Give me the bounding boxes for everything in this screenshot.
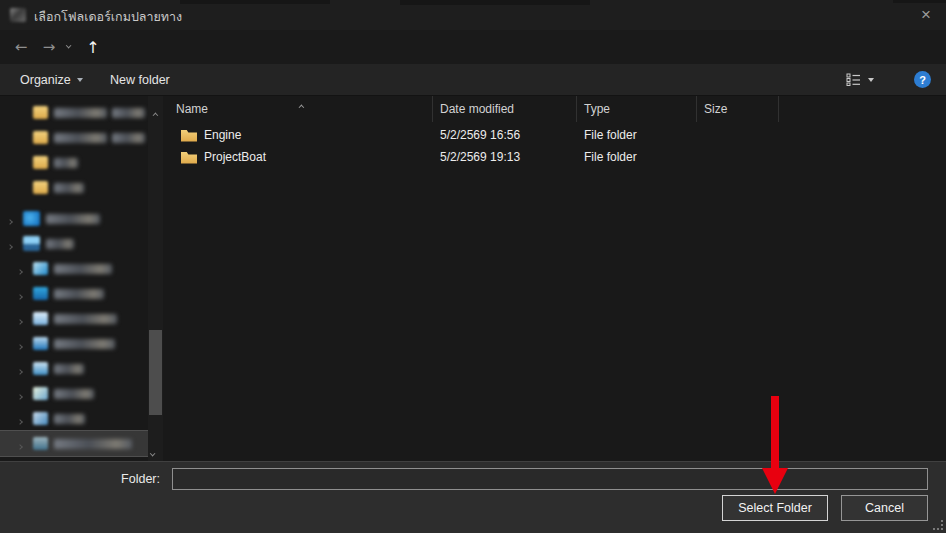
file-type-cell: File folder — [577, 150, 697, 164]
file-list: NameDate modifiedTypeSize Engine5/2/2569… — [163, 96, 946, 461]
details-view-icon — [846, 73, 862, 86]
help-icon: ? — [919, 74, 926, 86]
sidebar-item[interactable] — [0, 150, 163, 175]
sidebar-item[interactable] — [0, 100, 163, 125]
close-icon: × — [921, 5, 931, 25]
folder-icon — [181, 151, 197, 164]
expander-chevron-icon[interactable] — [18, 360, 22, 378]
command-toolbar: Organize New folder ? — [0, 64, 946, 96]
sidebar-item[interactable] — [0, 206, 163, 231]
expander-chevron-icon[interactable] — [18, 260, 22, 278]
change-view-button[interactable] — [846, 64, 874, 95]
expander-chevron-icon[interactable] — [18, 385, 22, 403]
folder-icon — [33, 181, 48, 194]
back-icon[interactable]: ← — [10, 30, 32, 64]
folder-icon — [33, 131, 48, 144]
sidebar-item-label-redacted — [54, 133, 107, 143]
content-area: NameDate modifiedTypeSize Engine5/2/2569… — [0, 96, 946, 461]
history-chevron-down-icon[interactable] — [62, 30, 78, 64]
sidebar-item-label-redacted — [112, 133, 145, 143]
sidebar-item-label-redacted — [54, 439, 132, 449]
expander-chevron-icon[interactable] — [18, 435, 22, 453]
organize-label: Organize — [20, 73, 71, 87]
column-header-label: Size — [704, 102, 727, 116]
app-icon — [10, 8, 26, 22]
select-folder-dialog: เลือกโฟลเดอร์เกมปลายทาง × ← → ↑ ››››› ↻ … — [0, 0, 946, 533]
sidebar-item[interactable] — [0, 125, 163, 150]
sidebar-item[interactable] — [0, 281, 163, 306]
organize-button[interactable]: Organize — [20, 64, 83, 95]
titlebar: เลือกโฟลเดอร์เกมปลายทาง × — [0, 0, 946, 30]
expander-chevron-icon[interactable] — [8, 210, 12, 228]
help-button[interactable]: ? — [914, 71, 931, 88]
resize-grip[interactable] — [933, 520, 943, 530]
file-date-cell: 5/2/2569 16:56 — [433, 128, 577, 142]
cancel-button[interactable]: Cancel — [841, 495, 928, 521]
forward-icon[interactable]: → — [38, 30, 60, 64]
file-name: Engine — [204, 128, 241, 142]
sidebar — [0, 96, 163, 461]
music-icon — [33, 362, 48, 375]
footer: Folder: Select Folder Cancel — [0, 461, 946, 533]
sidebar-item[interactable] — [0, 406, 163, 431]
select-folder-button[interactable]: Select Folder — [722, 495, 828, 521]
expander-chevron-icon[interactable] — [18, 310, 22, 328]
sidebar-item-label-redacted — [112, 108, 145, 118]
this-pc-icon — [23, 236, 40, 251]
sidebar-item[interactable] — [0, 256, 163, 281]
sidebar-scrollbar[interactable] — [148, 96, 163, 461]
sidebar-item-label-redacted — [54, 289, 104, 299]
scrollbar-thumb[interactable] — [149, 330, 162, 415]
onedrive-cloud-icon — [23, 211, 40, 226]
sidebar-item-label-redacted — [54, 108, 107, 118]
desktop-icon — [33, 287, 48, 300]
view-caret-icon — [868, 78, 874, 82]
sidebar-item-label-redacted — [46, 214, 100, 224]
file-row[interactable]: ProjectBoat5/2/2569 19:13File folder — [163, 146, 946, 168]
close-button[interactable]: × — [912, 3, 940, 27]
navigation-bar: ← → ↑ ››››› ↻ Search UMIGARI ウミガリ — [0, 30, 946, 64]
file-rows: Engine5/2/2569 16:56File folderProjectBo… — [163, 124, 946, 168]
sidebar-item[interactable] — [0, 231, 163, 256]
folder-name-input[interactable] — [172, 468, 928, 490]
column-header-label: Type — [584, 102, 610, 116]
local-disk-icon — [33, 437, 48, 450]
pictures-icon — [33, 387, 48, 400]
sidebar-list — [0, 96, 163, 456]
up-icon[interactable]: ↑ — [82, 30, 104, 64]
sidebar-item[interactable] — [0, 331, 163, 356]
expander-chevron-icon[interactable] — [18, 285, 22, 303]
column-header-size[interactable]: Size — [697, 96, 779, 122]
organize-caret-icon — [77, 78, 83, 82]
folder-icon — [33, 106, 48, 119]
sidebar-item[interactable] — [0, 306, 163, 331]
sidebar-item-label-redacted — [54, 314, 117, 324]
3d-objects-icon — [33, 262, 48, 275]
sidebar-item[interactable] — [0, 381, 163, 406]
expander-chevron-icon[interactable] — [8, 235, 12, 253]
column-headers: NameDate modifiedTypeSize — [163, 96, 946, 122]
background-window-artifact — [400, 0, 590, 5]
expander-chevron-icon[interactable] — [18, 410, 22, 428]
file-row[interactable]: Engine5/2/2569 16:56File folder — [163, 124, 946, 146]
new-folder-button[interactable]: New folder — [110, 64, 170, 95]
sidebar-item-label-redacted — [54, 158, 78, 168]
column-header-date-modified[interactable]: Date modified — [433, 96, 577, 122]
column-header-type[interactable]: Type — [577, 96, 697, 122]
file-name-cell: ProjectBoat — [163, 150, 433, 164]
sidebar-item-label-redacted — [54, 183, 84, 193]
scroll-down-icon[interactable] — [152, 443, 156, 461]
sidebar-item-label-redacted — [54, 414, 85, 424]
file-date-cell: 5/2/2569 19:13 — [433, 150, 577, 164]
sidebar-item[interactable] — [0, 431, 148, 456]
column-header-label: Name — [176, 102, 208, 116]
sidebar-item[interactable] — [0, 175, 163, 200]
expander-chevron-icon[interactable] — [18, 335, 22, 353]
sidebar-item-label-redacted — [46, 239, 74, 249]
sidebar-item[interactable] — [0, 356, 163, 381]
annotation-arrow-shaft — [771, 396, 779, 469]
folder-icon — [33, 156, 48, 169]
scroll-up-icon[interactable] — [152, 102, 156, 120]
column-header-name[interactable]: Name — [163, 96, 433, 122]
sidebar-item-label-redacted — [54, 339, 115, 349]
